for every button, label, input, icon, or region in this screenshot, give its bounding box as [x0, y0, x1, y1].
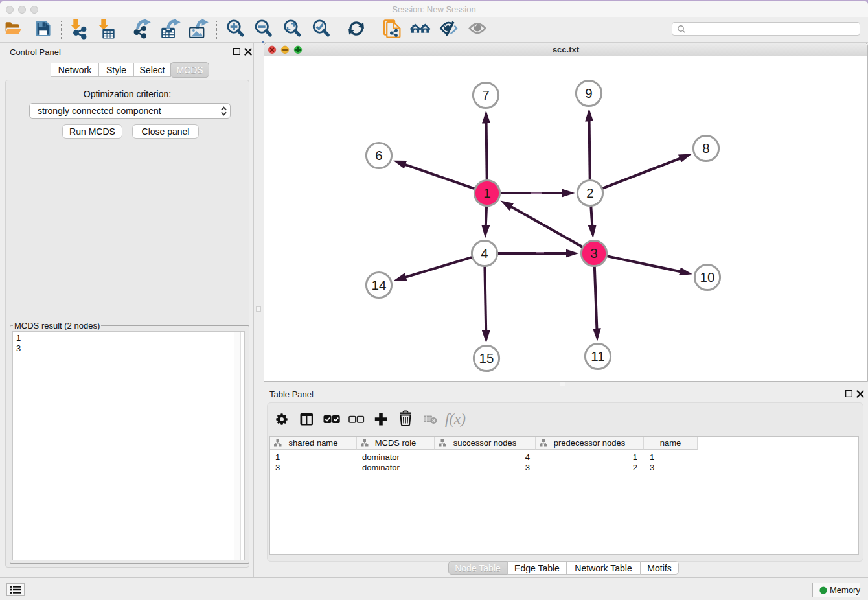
- svg-text:4: 4: [481, 246, 488, 260]
- svg-text:7: 7: [482, 87, 489, 102]
- svg-text:14: 14: [372, 277, 387, 292]
- svg-text:15: 15: [479, 351, 494, 365]
- svg-text:2: 2: [586, 185, 593, 200]
- svg-text:6: 6: [375, 148, 382, 163]
- svg-text:8: 8: [702, 141, 709, 156]
- svg-text:9: 9: [585, 86, 592, 100]
- svg-text:1: 1: [483, 185, 490, 200]
- svg-text:10: 10: [700, 270, 715, 284]
- svg-text:11: 11: [591, 349, 604, 363]
- svg-text:f(x): f(x): [445, 411, 466, 427]
- svg-text:3: 3: [590, 246, 597, 260]
